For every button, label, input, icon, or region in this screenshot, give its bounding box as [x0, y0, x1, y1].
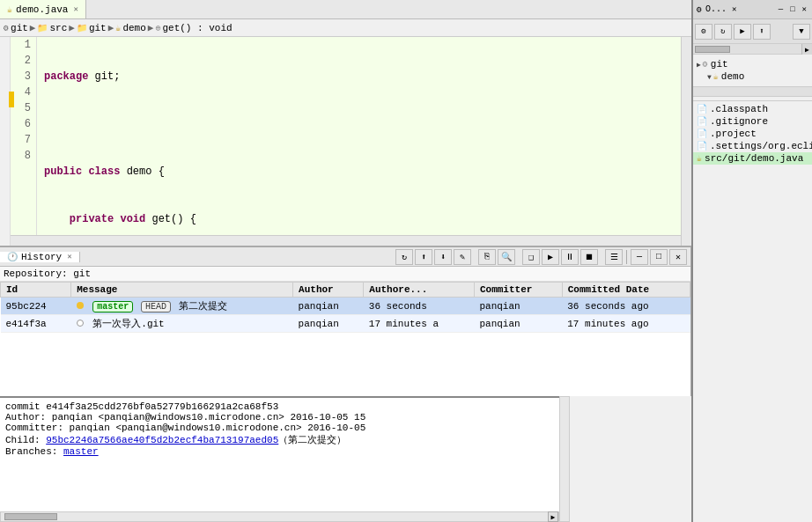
- code-line-3: public class demo {: [44, 164, 681, 180]
- commit-detail-line3: Committer: panqian <panqian@windows10.mi…: [5, 423, 554, 433]
- toolbar-btn-refresh[interactable]: ↻: [395, 249, 413, 265]
- file-icon-classpath: 📄: [697, 104, 707, 114]
- toolbar-btn-up[interactable]: ⬆: [415, 249, 432, 265]
- commit-detail-line2: Author: panqian <panqian@windows10.micro…: [5, 412, 554, 423]
- commit-detail-line5: Branches: master: [5, 446, 554, 457]
- file-item-settings[interactable]: 📄 .settings/org.eclipse.jdt.core.prefs: [693, 140, 812, 152]
- commits-container: Id Message Author Authore... Committer C…: [0, 282, 690, 333]
- commit-authored-0: 36 seconds: [364, 298, 475, 315]
- toolbar-btn-min[interactable]: —: [631, 249, 648, 265]
- right-hscroll-top[interactable]: ▶: [693, 44, 812, 55]
- commit-message-0: master HEAD 第二次提交: [71, 298, 293, 315]
- right-tree: ▶ ⚙ git ▼ ☕ demo: [693, 55, 812, 86]
- history-tab-close[interactable]: ✕: [67, 252, 71, 261]
- history-icon: 🕐: [7, 252, 18, 262]
- commit-committer-0: panqian: [474, 298, 562, 315]
- commit-message-1: 第一次导入.git: [71, 315, 293, 333]
- breadcrumb-icon-demo: ☕: [115, 23, 121, 33]
- tree-label-demo: demo: [721, 71, 744, 82]
- commit-branch-link[interactable]: master: [63, 446, 99, 457]
- breadcrumb-git[interactable]: git: [11, 23, 28, 33]
- editor-tab-demo-java[interactable]: ☕ demo.java ✕: [0, 0, 86, 18]
- commit-detail-line1: commit e414f3a25cdd276bf0a52779b166291a2…: [5, 401, 554, 412]
- toolbar-btn-d[interactable]: ⏹: [580, 249, 598, 265]
- line-marker-4: [9, 92, 14, 107]
- right-btn-c[interactable]: ▶: [734, 24, 751, 40]
- right-btn-d[interactable]: ⬆: [753, 24, 771, 40]
- breadcrumb-demo[interactable]: demo: [122, 23, 145, 33]
- breadcrumb-git2[interactable]: git: [89, 23, 107, 33]
- file-icon-project: 📄: [697, 129, 707, 139]
- breadcrumb-icon-git: ⚙: [4, 23, 9, 33]
- hscroll-thumb[interactable]: [4, 513, 57, 520]
- commit-detail-scrollbar[interactable]: [559, 396, 570, 522]
- commit-dot-yellow: [77, 302, 84, 309]
- toolbar-btn-b[interactable]: ▶: [542, 249, 559, 265]
- toolbar-btn-c[interactable]: ⏸: [561, 249, 579, 265]
- breadcrumb-sep4: ▶: [148, 22, 154, 33]
- right-btn-b[interactable]: ↻: [714, 24, 732, 40]
- history-tab-bar: 🕐 History ✕ ↻ ⬆ ⬇ ✎ ⎘ 🔍 ❑ ▶ ⏸ ⏹ ☰ — □ ✕: [0, 247, 690, 267]
- commit-author-0: panqian: [293, 298, 364, 315]
- history-tab-label: History: [21, 252, 62, 262]
- right-panel-icon: ⚙: [697, 4, 702, 15]
- code-line-4: private void get() {: [44, 211, 681, 227]
- breadcrumb-method[interactable]: get() : void: [162, 23, 232, 33]
- editor-scrollbar-horizontal[interactable]: [11, 235, 681, 246]
- toolbar-btn-close-panel[interactable]: ✕: [669, 249, 687, 265]
- code-area[interactable]: package git; public class demo { private…: [37, 37, 681, 246]
- right-toolbar-min[interactable]: —: [779, 5, 783, 14]
- right-panel-tab-label[interactable]: O...: [705, 4, 727, 14]
- file-label-settings: .settings/org.eclipse.jdt.core.prefs: [710, 141, 812, 151]
- editor-panel: ☕ demo.java ✕ ⚙ git ▶ 📁 src ▶ 📁 git ▶ ☕ …: [0, 0, 691, 246]
- editor-left-gutter: [0, 37, 11, 246]
- commit-detail-branches-prefix: Branches:: [5, 446, 63, 457]
- commit-detail-hscroll[interactable]: ▶: [0, 511, 559, 522]
- right-btn-e[interactable]: ▼: [793, 24, 810, 40]
- hscroll-right-btn[interactable]: ▶: [548, 511, 558, 522]
- col-header-message: Message: [71, 283, 293, 298]
- history-toolbar: ↻ ⬆ ⬇ ✎ ⎘ 🔍 ❑ ▶ ⏸ ⏹ ☰ — □ ✕: [395, 249, 690, 265]
- toolbar-btn-copy[interactable]: ⎘: [478, 249, 496, 265]
- line-numbers: 12345678: [11, 37, 37, 246]
- tree-item-demo[interactable]: ▼ ☕ demo: [693, 70, 812, 83]
- file-item-project[interactable]: 📄 .project: [693, 128, 812, 140]
- right-panel-tab-close-icon[interactable]: ✕: [732, 4, 736, 14]
- toolbar-btn-a[interactable]: ❑: [522, 249, 540, 265]
- toolbar-btn-menu[interactable]: ☰: [605, 249, 623, 265]
- right-scroll-arrow[interactable]: ▶: [801, 44, 812, 55]
- right-hscroll-mid[interactable]: [693, 86, 812, 97]
- code-line-2: [44, 116, 681, 132]
- commit-row-1[interactable]: e414f3a 第一次导入.git panqian 17 minutes a p…: [1, 315, 690, 333]
- toolbar-btn-search[interactable]: 🔍: [498, 249, 515, 265]
- commits-table: Id Message Author Authore... Committer C…: [0, 282, 690, 333]
- right-btn-a[interactable]: ⚙: [695, 24, 712, 40]
- commit-detail-line4: Child: 95bc2246a7566ae40f5d2b2ecf4ba7131…: [5, 433, 554, 446]
- right-toolbar-max[interactable]: □: [790, 5, 794, 14]
- file-item-classpath[interactable]: 📄 .classpath: [693, 103, 812, 115]
- toolbar-btn-max[interactable]: □: [650, 249, 668, 265]
- toolbar-btn-fetch[interactable]: ⬇: [434, 249, 452, 265]
- breadcrumb-sep1: ▶: [30, 22, 36, 33]
- breadcrumb: ⚙ git ▶ 📁 src ▶ 📁 git ▶ ☕ demo ▶ ⊕ get()…: [0, 19, 691, 37]
- tree-item-git[interactable]: ▶ ⚙ git: [693, 58, 812, 70]
- commit-child-link[interactable]: 95bc2246a7566ae40f5d2b2ecf4ba713197aed05: [46, 435, 278, 445]
- history-tab[interactable]: 🕐 History ✕: [0, 252, 80, 262]
- right-toolbar-close[interactable]: ✕: [802, 4, 807, 14]
- commit-committed-1: 17 minutes ago: [562, 315, 690, 333]
- tab-close-icon[interactable]: ✕: [73, 4, 78, 14]
- file-label-gitignore: .gitignore: [710, 116, 768, 127]
- col-header-author: Author: [293, 283, 364, 298]
- file-tree-section: 📄 .classpath 📄 .gitignore 📄 .project 📄 .…: [693, 100, 812, 165]
- breadcrumb-src[interactable]: src: [49, 23, 67, 33]
- expand-icon-demo: ▼: [707, 73, 712, 81]
- toolbar-btn-edit[interactable]: ✎: [454, 249, 471, 265]
- commit-id-1: e414f3a: [1, 315, 71, 333]
- col-header-committed: Committed Date: [562, 283, 690, 298]
- commit-author-1: panqian: [293, 315, 364, 333]
- commit-detail-child-suffix: （第二次提交）: [278, 435, 346, 445]
- commit-row-0[interactable]: 95bc224 master HEAD 第二次提交 panqian 36 sec…: [1, 298, 690, 315]
- file-item-gitignore[interactable]: 📄 .gitignore: [693, 115, 812, 128]
- file-item-demojava[interactable]: ☕ src/git/demo.java: [693, 152, 812, 165]
- editor-scrollbar-vertical[interactable]: [681, 37, 691, 246]
